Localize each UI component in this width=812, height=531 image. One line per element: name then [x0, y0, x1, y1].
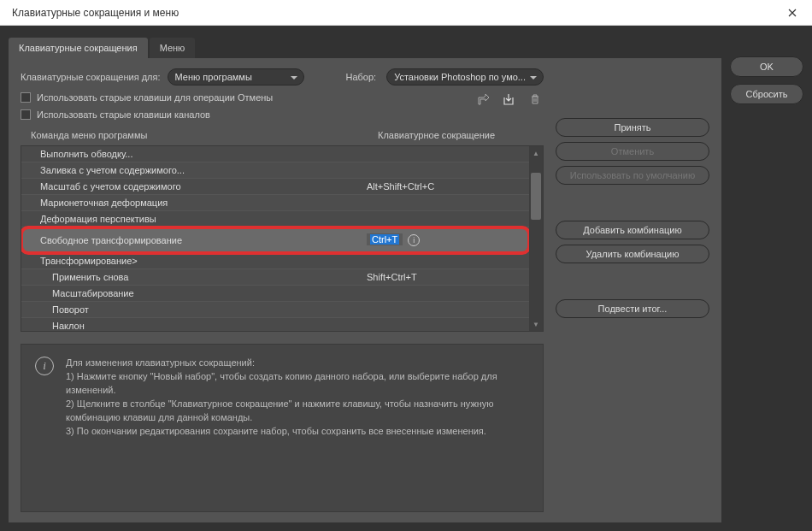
tab-shortcuts[interactable]: Клавиатурные сокращения	[9, 38, 148, 58]
window-title: Клавиатурные сокращения и меню	[12, 7, 773, 19]
command-cell: Деформация перспективы	[21, 214, 367, 224]
info-panel: i Для изменения клавиатурных сокращений:…	[21, 344, 544, 512]
tab-menu[interactable]: Меню	[150, 38, 196, 58]
shortcut-info-icon[interactable]: i	[408, 234, 420, 246]
delete-set-icon[interactable]	[527, 91, 544, 108]
command-cell: Заливка с учетом содержимого...	[21, 165, 367, 175]
delete-combo-button[interactable]: Удалить комбинацию	[556, 245, 709, 263]
titlebar: Клавиатурные сокращения и меню	[0, 0, 812, 26]
table-row[interactable]: Марионеточная деформация	[21, 195, 529, 211]
shortcut-input[interactable]: Ctrl+T	[367, 233, 403, 245]
command-cell: Выполнить обводку...	[21, 149, 367, 159]
undo-button[interactable]: Отменить	[556, 142, 709, 161]
column-command: Команда меню программы	[24, 130, 378, 140]
table-row[interactable]: Свободное трансформированиеCtrl+Ti	[21, 227, 529, 253]
legacy-undo-label: Использовать старые клавиши для операции…	[37, 92, 273, 103]
shortcut-cell[interactable]: Alt+Shift+Ctrl+C	[367, 181, 529, 192]
ok-button[interactable]: OK	[730, 56, 803, 77]
command-cell: Свободное трансформирование	[21, 235, 367, 245]
command-cell: Трансформирование>	[21, 256, 367, 266]
table-row[interactable]: Масштабирование	[21, 286, 529, 302]
column-shortcut: Клавиатурное сокращение	[378, 130, 540, 140]
info-line3: 3) По окончании редактирования сохраните…	[66, 425, 529, 439]
info-icon: i	[35, 357, 54, 375]
table-row[interactable]: Применить сноваShift+Ctrl+T	[21, 269, 529, 286]
info-line1: 1) Нажмите кнопку "Новый набор", чтобы с…	[66, 370, 529, 398]
shortcuts-for-select[interactable]: Меню программы	[168, 68, 304, 86]
legacy-undo-checkbox[interactable]	[21, 92, 31, 103]
info-line2: 2) Щелкните в столбце "Клавиатурное сокр…	[66, 398, 529, 425]
add-combo-button[interactable]: Добавить комбинацию	[556, 221, 709, 239]
accept-button[interactable]: Принять	[556, 118, 709, 137]
scroll-down-icon[interactable]: ▼	[529, 317, 543, 331]
table-row[interactable]: Наклон	[21, 318, 529, 331]
command-cell: Поворот	[21, 304, 367, 315]
set-label: Набор:	[345, 72, 376, 82]
shortcuts-for-label: Клавиатурные сокращения для:	[21, 72, 161, 82]
command-cell: Масштаб с учетом содержимого	[21, 181, 367, 192]
scrollbar[interactable]: ▲ ▼	[529, 146, 543, 331]
legacy-channel-checkbox[interactable]	[21, 109, 31, 120]
new-set-icon[interactable]	[475, 91, 492, 108]
command-cell: Масштабирование	[21, 288, 367, 298]
command-cell: Применить снова	[21, 272, 367, 282]
tabs: Клавиатурные сокращения Меню	[9, 34, 721, 58]
summarize-button[interactable]: Подвести итог...	[556, 299, 709, 318]
set-select[interactable]: Установки Photoshop по умо...	[386, 68, 544, 86]
reset-button[interactable]: Сбросить	[730, 84, 803, 104]
shortcut-cell[interactable]: Shift+Ctrl+T	[367, 272, 529, 282]
table-row[interactable]: Поворот	[21, 302, 529, 318]
shortcut-cell[interactable]: Ctrl+Ti	[367, 234, 529, 246]
scroll-thumb[interactable]	[531, 173, 541, 220]
command-cell: Марионеточная деформация	[21, 198, 367, 208]
table-row[interactable]: Трансформирование>	[21, 253, 529, 269]
table-row[interactable]: Деформация перспективы	[21, 211, 529, 227]
table-row[interactable]: Заливка с учетом содержимого...	[21, 162, 529, 179]
info-heading: Для изменения клавиатурных сокращений:	[66, 357, 529, 370]
close-button[interactable]	[773, 0, 812, 26]
use-default-button[interactable]: Использовать по умолчанию	[556, 166, 709, 185]
shortcuts-table: Выполнить обводку...Заливка с учетом сод…	[21, 145, 544, 332]
scroll-up-icon[interactable]: ▲	[529, 146, 543, 160]
table-row[interactable]: Масштаб с учетом содержимогоAlt+Shift+Ct…	[21, 179, 529, 195]
save-set-icon[interactable]	[501, 91, 518, 108]
table-row[interactable]: Выполнить обводку...	[21, 146, 529, 162]
command-cell: Наклон	[21, 321, 367, 331]
legacy-channel-label: Использовать старые клавиши каналов	[37, 109, 210, 120]
